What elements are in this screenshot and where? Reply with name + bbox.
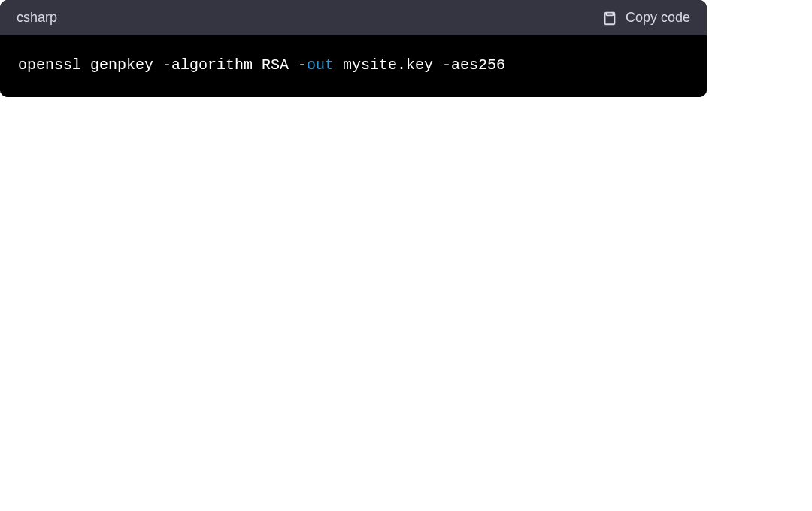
code-token-keyword: out <box>307 56 334 74</box>
language-label: csharp <box>17 10 57 26</box>
code-token: openssl genpkey -algorithm RSA - <box>18 56 307 74</box>
code-line: openssl genpkey -algorithm RSA -out mysi… <box>18 55 689 76</box>
code-header: csharp Copy code <box>0 0 707 35</box>
code-token: mysite.key -aes256 <box>334 56 505 74</box>
code-body: openssl genpkey -algorithm RSA -out mysi… <box>0 35 707 97</box>
copy-code-label: Copy code <box>626 10 690 26</box>
code-block: csharp Copy code openssl genpkey -algori… <box>0 0 707 97</box>
copy-code-button[interactable]: Copy code <box>601 10 690 26</box>
clipboard-icon <box>601 10 618 26</box>
